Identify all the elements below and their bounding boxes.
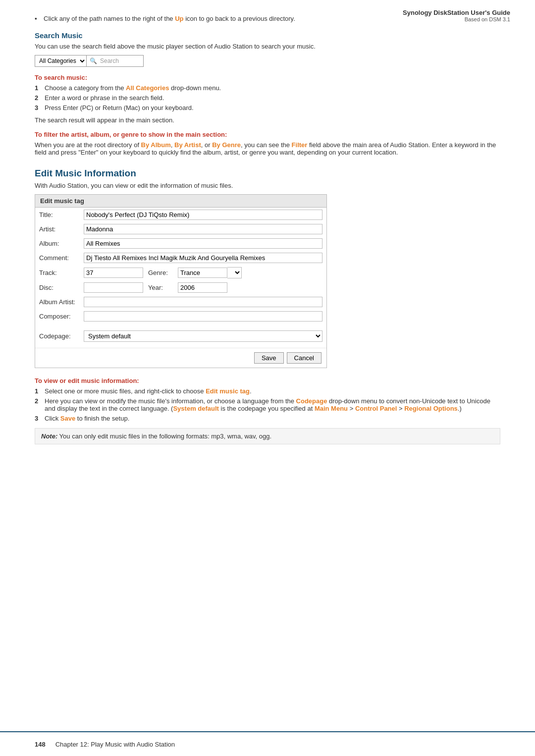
codepage-highlight: Codepage — [296, 397, 327, 405]
year-label: Year: — [148, 284, 173, 291]
edit-step-2: 2 Here you can view or modify the music … — [35, 397, 500, 412]
album-artist-row: Album Artist: — [35, 295, 326, 309]
note-label: Note: — [41, 432, 57, 440]
filter-para: When you are at the root directory of By… — [35, 141, 500, 156]
search-bar-mock: All Categories 🔍 Search — [35, 55, 144, 67]
composer-input[interactable] — [84, 311, 322, 322]
track-genre-row: Track: Genre: — [35, 265, 326, 280]
filter-highlight: Filter — [292, 141, 308, 149]
genre-dropdown[interactable] — [227, 267, 242, 278]
comment-input[interactable] — [84, 253, 322, 263]
edit-step-3: 3 Click Save to finish the setup. — [35, 415, 500, 422]
up-highlight: Up — [175, 15, 183, 22]
search-icon: 🔍 — [87, 56, 100, 66]
footer-chapter: Chapter 12: Play Music with Audio Statio… — [55, 741, 175, 748]
composer-row: Composer: — [35, 309, 326, 324]
edit-steps-list: 1 Select one or more music files, and ri… — [35, 387, 500, 422]
edit-music-tag-highlight: Edit music tag — [206, 387, 250, 395]
artist-row: Artist: — [35, 222, 326, 236]
search-placeholder: Search — [100, 56, 119, 66]
composer-label: Composer: — [35, 309, 80, 324]
button-row: Save Cancel — [35, 348, 326, 368]
album-artist-input[interactable] — [84, 297, 322, 307]
search-music-intro: You can use the search field above the m… — [35, 43, 500, 50]
cancel-button[interactable]: Cancel — [287, 352, 321, 364]
search-step-1: 1 Choose a category from the All Categor… — [35, 84, 500, 92]
spacer-row — [35, 324, 326, 328]
genre-input[interactable] — [178, 268, 227, 278]
sub-heading-edit: To view or edit music information: — [35, 377, 500, 384]
search-steps-list: 1 Choose a category from the All Categor… — [35, 84, 500, 111]
category-dropdown[interactable]: All Categories — [35, 55, 87, 66]
title-label: Title: — [35, 208, 80, 222]
codepage-dropdown[interactable]: System default — [84, 330, 322, 342]
edit-music-heading: Edit Music Information — [35, 168, 500, 179]
save-highlight: Save — [60, 415, 75, 422]
track-label: Track: — [35, 265, 80, 280]
edit-music-tag-box: Edit music tag Title: Artist: Album: — [35, 194, 327, 368]
genre-label: Genre: — [148, 269, 173, 276]
search-result-text: The search result will appear in the mai… — [35, 116, 500, 124]
system-default-highlight: System default — [173, 405, 218, 412]
footer-bar: 148 Chapter 12: Play Music with Audio St… — [0, 731, 535, 756]
comment-row: Comment: — [35, 251, 326, 265]
by-artist-highlight: By Artist — [174, 141, 201, 149]
codepage-row: Codepage: System default — [35, 328, 326, 344]
comment-label: Comment: — [35, 251, 80, 265]
spacer-row-2 — [35, 344, 326, 348]
search-step-3: 3 Press Enter (PC) or Return (Mac) on yo… — [35, 104, 500, 111]
codepage-label: Codepage: — [35, 328, 80, 344]
sub-heading-filter: To filter the artist, album, or genre to… — [35, 131, 500, 138]
save-button[interactable]: Save — [254, 352, 284, 364]
regional-options-highlight: Regional Options — [404, 405, 458, 412]
album-artist-label: Album Artist: — [35, 295, 80, 309]
search-music-heading: Search Music — [35, 31, 500, 40]
search-step-2: 2 Enter a word or phrase in the search f… — [35, 94, 500, 102]
by-genre-highlight: By Genre — [212, 141, 241, 149]
note-text: You can only edit music files in the fol… — [57, 432, 271, 440]
edit-step-1: 1 Select one or more music files, and ri… — [35, 387, 500, 395]
footer-page-num: 148 — [35, 741, 46, 748]
title-row: Title: — [35, 208, 326, 222]
note-box: Note: You can only edit music files in t… — [35, 428, 500, 444]
title-input[interactable] — [84, 210, 322, 220]
artist-input[interactable] — [84, 224, 322, 234]
control-panel-highlight: Control Panel — [355, 405, 397, 412]
sub-heading-search: To search music: — [35, 74, 500, 81]
disc-label: Disc: — [35, 280, 80, 295]
main-menu-highlight: Main Menu — [315, 405, 348, 412]
track-input[interactable] — [84, 268, 143, 278]
album-row: Album: — [35, 236, 326, 251]
all-categories-highlight: All Categories — [126, 84, 169, 92]
album-label: Album: — [35, 236, 80, 251]
album-input[interactable] — [84, 238, 322, 249]
bullet-intro: Click any of the path names to the right… — [35, 15, 500, 22]
year-input[interactable] — [178, 282, 227, 293]
disc-input[interactable] — [84, 282, 143, 293]
edit-music-tag-title: Edit music tag — [35, 195, 326, 208]
form-table: Title: Artist: Album: Comment: Track: — [35, 208, 326, 348]
by-album-highlight: By Album — [141, 141, 171, 149]
edit-music-intro: With Audio Station, you can view or edit… — [35, 182, 500, 189]
artist-label: Artist: — [35, 222, 80, 236]
disc-year-row: Disc: Year: — [35, 280, 326, 295]
